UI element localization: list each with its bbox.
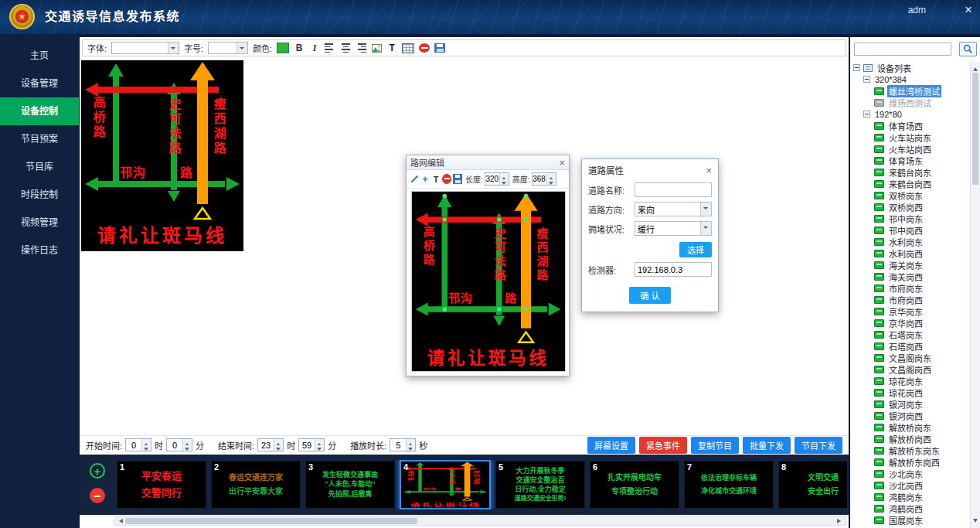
height-input[interactable] <box>533 173 546 185</box>
emergency-event-button[interactable]: 紧急事件 <box>639 437 687 454</box>
text-tool-icon[interactable]: T <box>431 174 441 184</box>
spin-down-icon[interactable] <box>315 445 324 451</box>
sidebar-item-program-plan[interactable]: 节目预案 <box>0 125 79 153</box>
tree-device-item[interactable]: 来鹤台岗东 <box>852 166 969 178</box>
align-center-icon[interactable] <box>340 43 351 53</box>
scroll-right-icon[interactable] <box>837 519 843 523</box>
tree-root[interactable]: 设备列表 <box>852 62 969 73</box>
spin-up-icon[interactable] <box>274 439 283 445</box>
copy-program-button[interactable]: 复制节目 <box>691 437 739 454</box>
tree-device-item[interactable]: 鸿鹤岗东 <box>852 491 969 502</box>
spin-up-icon[interactable] <box>183 439 192 445</box>
road-edit-canvas[interactable]: 高桥路史可法路瘦西湖路邗沟路请礼让斑马线 <box>411 191 566 372</box>
tree-expander-icon[interactable] <box>863 76 870 83</box>
tree-device-item[interactable]: 来鹤台岗西 <box>852 178 969 189</box>
add-program-button[interactable]: + <box>90 463 105 479</box>
color-swatch[interactable] <box>277 43 289 53</box>
tree-device-item[interactable]: 海关岗东 <box>852 259 969 271</box>
image-icon[interactable] <box>371 43 382 53</box>
direction-select[interactable]: 来向 <box>635 202 712 216</box>
spin-up-icon[interactable] <box>407 439 415 445</box>
batch-send-button[interactable]: 批量下发 <box>743 437 791 454</box>
horizontal-scrollbar[interactable] <box>114 516 846 526</box>
program-thumbnail-5[interactable]: 5大力开展秋冬季交通安全整治百日行动,全力稳定道路交通安全形势! <box>495 461 585 509</box>
tree-device-item[interactable]: 鸿鹤岗西 <box>852 502 969 514</box>
sidebar-item-device-control[interactable]: 设备控制 <box>0 97 79 125</box>
tree-device-item[interactable]: 市府岗西 <box>852 294 969 305</box>
sidebar-item-program-library[interactable]: 节目库 <box>0 153 79 181</box>
tree-device-item[interactable]: 邗中岗东 <box>852 213 969 224</box>
sidebar-item-time-control[interactable]: 时段控制 <box>0 181 79 209</box>
tree-device-item[interactable]: 京华岗东 <box>852 305 969 317</box>
tree-device-item[interactable]: 石塔岗东 <box>852 329 969 340</box>
scroll-down-icon[interactable] <box>973 519 978 525</box>
line-tool-icon[interactable] <box>410 174 419 184</box>
program-send-button[interactable]: 节目下发 <box>795 437 842 454</box>
tree-expander-icon[interactable] <box>863 111 870 118</box>
program-thumbnail-3[interactable]: 3发生轻微交通事故“人未伤,车能动”先拍照,后撤离 <box>305 461 395 509</box>
delete-icon[interactable] <box>442 174 451 184</box>
remove-program-button[interactable]: − <box>90 488 105 503</box>
spin-down-icon[interactable] <box>547 179 556 186</box>
tree-device-item[interactable]: 邗中岗西 <box>852 224 969 236</box>
spin-up-icon[interactable] <box>315 439 324 445</box>
program-thumbnail-7[interactable]: 7依法治理非标车辆净化城市交通环境 <box>684 461 774 509</box>
tree-device-item[interactable]: 水利岗东 <box>852 236 969 247</box>
tree-device-item[interactable]: 体育场西 <box>852 120 969 131</box>
select-detector-button[interactable]: 选择 <box>679 242 712 257</box>
tree-device-item[interactable]: 螺丝湾桥测试 <box>852 85 969 97</box>
spin-down-icon[interactable] <box>142 445 151 451</box>
search-button[interactable] <box>959 42 977 56</box>
font-select[interactable] <box>111 42 179 54</box>
tree-device-item[interactable]: 文昌阁岗东 <box>852 352 969 363</box>
tree-device-item[interactable]: 沙北岗西 <box>852 479 969 491</box>
start-hour-input[interactable] <box>126 439 141 451</box>
end-hour-input[interactable] <box>258 439 274 451</box>
tree-device-item[interactable]: 双桥岗西 <box>852 201 969 213</box>
tree-device-item[interactable]: 市府岗东 <box>852 282 969 294</box>
road-name-input[interactable] <box>635 182 712 197</box>
font-size-select[interactable] <box>208 42 248 54</box>
scrollbar-thumb[interactable] <box>125 518 417 524</box>
program-thumbnail-6[interactable]: 6扎实开展电动车专项整治行动 <box>590 461 679 509</box>
sidebar-item-home[interactable]: 主页 <box>0 42 79 70</box>
spin-up-icon[interactable] <box>142 439 151 445</box>
save-icon[interactable] <box>434 43 445 53</box>
duration-input[interactable] <box>390 439 406 451</box>
dialog-titlebar[interactable]: 路网编辑 × <box>407 155 569 170</box>
add-node-icon[interactable]: + <box>420 174 430 184</box>
tree-device-item[interactable]: 石塔岗西 <box>852 340 969 352</box>
bold-icon[interactable]: B <box>294 43 305 53</box>
delete-icon[interactable] <box>419 43 430 53</box>
program-thumbnail-1[interactable]: 1平安春运交警同行 <box>117 461 206 509</box>
align-left-icon[interactable] <box>325 43 335 53</box>
detector-input[interactable] <box>635 262 712 277</box>
tree-device-item[interactable]: 国展岗东 <box>852 514 969 526</box>
tree-expander-icon[interactable] <box>853 64 860 71</box>
tree-device-item[interactable]: 火车站岗西 <box>852 143 969 155</box>
tree-device-item[interactable]: 解放桥东岗东 <box>852 445 969 456</box>
scrollbar-thumb[interactable] <box>972 73 978 185</box>
tree-device-item[interactable]: 银河岗西 <box>852 410 969 421</box>
tree-device-item[interactable]: 沙北岗东 <box>852 468 969 479</box>
tree-device-item[interactable]: 解放桥东岗西 <box>852 456 969 468</box>
end-minute-input[interactable] <box>299 439 315 451</box>
close-icon[interactable]: × <box>965 2 972 18</box>
start-minute-input[interactable] <box>167 439 182 451</box>
italic-icon[interactable]: I <box>309 43 320 53</box>
tree-device-item[interactable]: 海关岗西 <box>852 271 969 282</box>
tree-device-item[interactable]: 火车站岗东 <box>852 131 969 143</box>
sidebar-item-device-management[interactable]: 设备管理 <box>0 70 79 97</box>
length-input[interactable] <box>485 173 499 185</box>
spin-down-icon[interactable] <box>407 445 415 451</box>
close-icon[interactable]: × <box>559 158 565 168</box>
confirm-button[interactable]: 确 认 <box>629 287 670 304</box>
scroll-up-icon[interactable] <box>973 65 978 71</box>
scroll-left-icon[interactable] <box>117 519 123 523</box>
text-tool-icon[interactable]: T <box>386 43 397 53</box>
tree-device-item[interactable]: 文昌阁岗西 <box>852 363 969 375</box>
spin-down-icon[interactable] <box>500 179 509 186</box>
sidebar-item-operation-log[interactable]: 操作日志 <box>0 237 79 264</box>
screen-settings-button[interactable]: 屏幕设置 <box>587 437 635 454</box>
tree-device-item[interactable]: 京华岗西 <box>852 317 969 329</box>
